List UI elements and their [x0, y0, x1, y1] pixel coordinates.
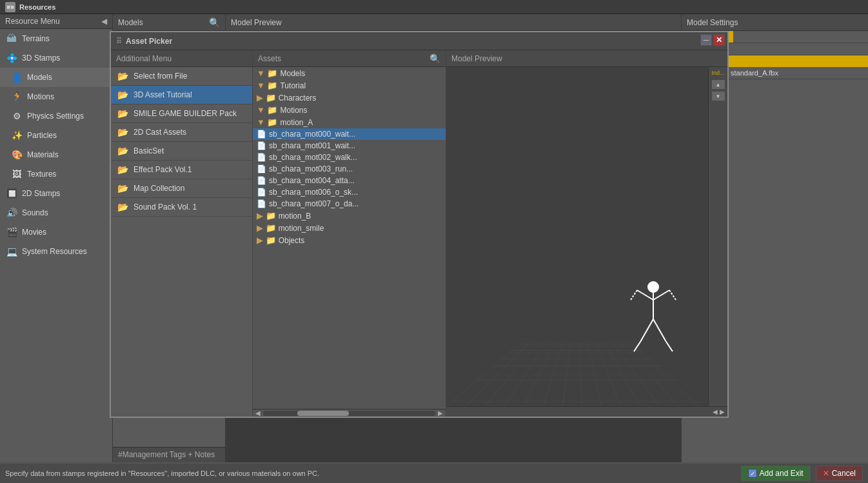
scroll-up-btn[interactable]: ▲ — [712, 80, 725, 89]
3d-preview-area — [446, 67, 708, 406]
assets-item-label: Tutorial — [280, 81, 306, 90]
title-bar-icon: ■■ — [5, 2, 15, 12]
assets-item-objects[interactable]: ▶ 📁 Objects — [253, 234, 446, 246]
sidebar-item-3dstamps[interactable]: 💠 3D Stamps — [0, 48, 112, 68]
asset-preview: Model Preview — [446, 50, 727, 417]
menu-item-sound-pack[interactable]: 📂 Sound Pack Vol. 1 — [111, 198, 252, 217]
textures-icon: 🖼 — [10, 168, 23, 181]
menu-item-basicset[interactable]: 📂 BasicSet — [111, 142, 252, 161]
assets-item-mot006[interactable]: 📄 sb_chara_mot006_o_sk... — [253, 186, 446, 198]
svg-line-8 — [631, 290, 637, 300]
menu-item-select-file[interactable]: 📂 Select from File — [111, 67, 252, 86]
assets-item-label: sb_chara_mot003_run... — [269, 164, 353, 173]
model-preview-header: Model Preview — [226, 14, 681, 31]
sounds-icon: 🔊 — [5, 206, 18, 219]
folder-icon: 📂 — [117, 164, 128, 175]
assets-search-icon[interactable]: 🔍 — [429, 54, 440, 64]
scroll-left-btn[interactable]: ◀ — [255, 409, 261, 417]
ind-label: Ind... — [710, 68, 726, 77]
menu-item-smile-pack[interactable]: 📂 SMILE GAME BUILDER Pack — [111, 104, 252, 123]
folder-icon: ▶ 📁 — [257, 211, 276, 221]
expand-icon[interactable]: ◀ ▶ — [713, 408, 725, 415]
assets-item-mot002[interactable]: 📄 sb_chara_mot002_walk... — [253, 152, 446, 163]
menu-item-label: BasicSet — [133, 146, 164, 155]
asset-picker-drag-icon: ⠿ — [116, 37, 122, 46]
scroll-down-btn[interactable]: ▼ — [712, 92, 725, 101]
file-icon: 📄 — [257, 164, 266, 173]
add-and-exit-button[interactable]: ✓ Add and Exit — [741, 466, 811, 481]
cancel-button[interactable]: ✕ Cancel — [816, 466, 863, 481]
minimize-button[interactable]: ─ — [700, 34, 712, 46]
models-panel-footer[interactable]: #Management Tags + Notes — [113, 447, 225, 462]
assets-item-label: sb_chara_mot002_walk... — [269, 153, 357, 162]
svg-line-7 — [666, 342, 673, 351]
assets-item-motion-b[interactable]: ▶ 📁 motion_B — [253, 210, 446, 222]
folder-icon: ▶ 📁 — [257, 93, 276, 103]
sidebar-header-label: Resource Menu — [5, 17, 60, 26]
sidebar-item-terrains[interactable]: 🏔 Terrains — [0, 29, 112, 48]
folder-icon: 📂 — [117, 108, 128, 119]
close-button[interactable]: ✕ — [713, 34, 725, 46]
sidebar-item-label: Models — [27, 73, 52, 82]
models-panel-header: Models 🔍 — [113, 14, 225, 31]
asset-picker-controls: ─ ✕ — [700, 34, 725, 46]
assets-scrollbar[interactable]: ◀ ▶ — [253, 409, 446, 417]
assets-item-mot007[interactable]: 📄 sb_chara_mot007_o_da... — [253, 198, 446, 210]
sidebar-item-particles[interactable]: ✨ Particles — [0, 126, 112, 145]
sidebar-item-2dstamps[interactable]: 🔲 2D Stamps — [0, 184, 112, 203]
menu-item-label: SMILE GAME BUILDER Pack — [133, 109, 237, 118]
sidebar-item-label: 3D Stamps — [22, 54, 60, 63]
scrollbar-track[interactable] — [263, 411, 435, 416]
sidebar-item-label: Motions — [27, 92, 54, 101]
asset-preview-right-panel: Ind... ▲ ▼ — [708, 67, 727, 406]
sidebar-item-system-resources[interactable]: 💻 System Resources — [0, 242, 112, 261]
physics-icon: ⚙ — [10, 110, 23, 123]
assets-item-label: Motions — [280, 106, 307, 115]
assets-item-motion-smile[interactable]: ▶ 📁 motion_smile — [253, 222, 446, 234]
preview-body: Ind... ▲ ▼ — [446, 67, 727, 406]
assets-item-mot000[interactable]: 📄 sb_chara_mot000_wait... — [253, 128, 446, 140]
scroll-right-btn[interactable]: ▶ — [438, 409, 443, 417]
assets-item-mot003[interactable]: 📄 sb_chara_mot003_run... — [253, 163, 446, 175]
assets-item-characters[interactable]: ▶ 📁 Characters — [253, 92, 446, 104]
scrollbar-thumb[interactable] — [297, 411, 349, 416]
menu-item-map-collection[interactable]: 📂 Map Collection — [111, 179, 252, 198]
title-bar: ■■ Resources — [0, 0, 868, 14]
sidebar-item-sounds[interactable]: 🔊 Sounds — [0, 203, 112, 222]
sidebar-item-materials[interactable]: 🎨 Materials — [0, 145, 112, 164]
assets-item-label: sb_chara_mot000_wait... — [269, 130, 355, 139]
menu-item-effect-pack[interactable]: 📂 Effect Pack Vol.1 — [111, 161, 252, 179]
file-icon: 📄 — [257, 188, 266, 197]
assets-item-motions[interactable]: ▼ 📁 Motions — [253, 104, 446, 116]
assets-item-models[interactable]: ▼ 📁 Models — [253, 67, 446, 79]
assets-item-tutorial[interactable]: ▼ 📁 Tutorial — [253, 79, 446, 92]
assets-item-mot004[interactable]: 📄 sb_chara_mot004_atta... — [253, 175, 446, 186]
sidebar-collapse-icon[interactable]: ◀ — [101, 17, 107, 26]
terrains-icon: 🏔 — [5, 32, 18, 45]
sidebar-item-movies[interactable]: 🎬 Movies — [0, 222, 112, 242]
menu-item-3d-tutorial[interactable]: 📂 3D Asset Tutorial — [111, 86, 252, 104]
main-bottom-bar: Specify data from stamps registered in "… — [0, 462, 868, 483]
sidebar-item-models[interactable]: 👤 Models — [0, 68, 112, 87]
model-settings-title: Model Settings — [687, 18, 738, 27]
movies-icon: 🎬 — [5, 226, 18, 239]
sidebar-item-physics[interactable]: ⚙ Physics Settings — [0, 106, 112, 126]
svg-line-9 — [669, 290, 676, 300]
sidebar-item-motions[interactable]: 🏃 Motions — [0, 87, 112, 106]
character-preview — [624, 277, 682, 368]
file-icon: 📄 — [257, 176, 266, 185]
models-search-icon[interactable]: 🔍 — [209, 17, 220, 28]
menu-item-2d-cast[interactable]: 📂 2D Cast Assets — [111, 123, 252, 142]
title-bar-text: Resources — [19, 3, 55, 11]
sidebar-item-textures[interactable]: 🖼 Textures — [0, 164, 112, 184]
folder-icon: ▼ 📁 — [257, 68, 277, 78]
status-text: Specify data from stamps registered in "… — [5, 469, 736, 477]
assets-item-mot001[interactable]: 📄 sb_chara_mot001_wait... — [253, 140, 446, 152]
minimize-icon: ─ — [704, 35, 709, 44]
3dstamps-icon: 💠 — [5, 52, 18, 64]
assets-panel-title: Assets — [258, 54, 281, 63]
models-panel-title: Models — [118, 18, 143, 27]
file-icon: 📄 — [257, 130, 266, 139]
assets-item-motion-a[interactable]: ▼ 📁 motion_A — [253, 116, 446, 128]
assets-item-label: motion_A — [280, 118, 313, 127]
